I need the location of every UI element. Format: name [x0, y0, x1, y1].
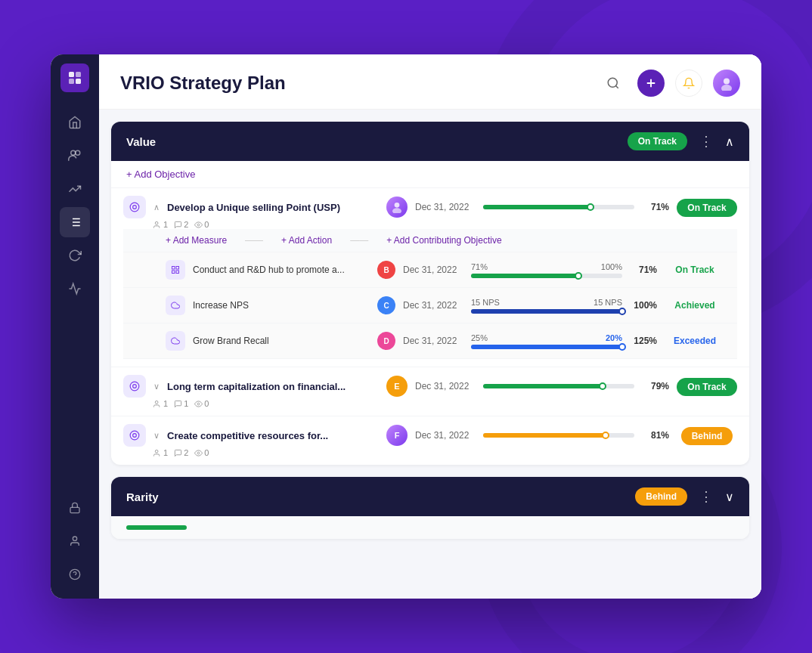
objective-main-competitive: ∨ Create competitive resources for... F …: [123, 424, 737, 447]
sidebar-item-analytics[interactable]: [60, 174, 90, 204]
measure-title-nps: Increase NPS: [193, 300, 370, 311]
value-section-menu[interactable]: ⋮: [696, 133, 716, 150]
header-actions: [600, 70, 740, 97]
measure-progress-labels-brand: 25%20%: [471, 333, 622, 342]
add-actions-row-usp: + Add Measure —— + Add Action —— + Add C…: [123, 229, 737, 252]
objective-chevron-usp[interactable]: ∧: [153, 203, 160, 212]
search-button[interactable]: [600, 70, 627, 97]
objective-chevron-competitive[interactable]: ∨: [153, 431, 160, 441]
add-objective-button[interactable]: + Add Objective: [111, 161, 749, 188]
objective-title-competitive: Create competitive resources for...: [167, 430, 379, 441]
measure-icon-nps: [166, 296, 185, 315]
rarity-section-header: Rarity Behind ⋮ ∨: [111, 477, 749, 516]
sidebar-item-users-admin[interactable]: [60, 526, 90, 556]
measure-date-brand: Dec 31, 2022: [403, 336, 463, 346]
svg-point-33: [133, 385, 137, 388]
objective-chevron-financial[interactable]: ∨: [153, 382, 160, 391]
measure-progress-labels-nps: 15 NPS15 NPS: [471, 298, 622, 307]
objective-icon-financial: [123, 375, 146, 398]
measure-title-brand: Grow Brand Recall: [193, 336, 370, 346]
meta-views-comp: 0: [194, 448, 209, 457]
objective-row-competitive: ∨ Create competitive resources for... F …: [111, 416, 749, 465]
measure-title-rnd: Conduct and R&D hub to promote a...: [193, 265, 370, 275]
objective-avatar-competitive: F: [386, 425, 408, 446]
rarity-section-collapse[interactable]: ∨: [725, 490, 734, 504]
value-section-title: Value: [126, 135, 618, 148]
svg-rect-31: [172, 271, 175, 274]
objective-percent-competitive: 81%: [642, 430, 669, 441]
measure-progress-brand: 25%20%: [471, 333, 622, 349]
objective-avatar-usp: [386, 197, 408, 218]
objective-status-financial: On Track: [677, 379, 737, 393]
objective-main-usp: ∧ Develop a Unique selling Point (USP) D…: [123, 196, 737, 218]
sidebar-item-lock[interactable]: [60, 493, 90, 523]
add-measure-btn[interactable]: + Add Measure: [166, 235, 227, 246]
rarity-status-badge: Behind: [635, 487, 687, 506]
svg-line-17: [615, 85, 618, 88]
meta-people-comp: 1: [153, 448, 168, 457]
add-button[interactable]: [637, 70, 665, 97]
measure-progress-nps: 15 NPS15 NPS: [471, 298, 622, 314]
svg-point-34: [155, 401, 158, 404]
usp-status-badge: On Track: [677, 199, 736, 217]
svg-point-36: [130, 431, 139, 440]
measure-date-rnd: Dec 31, 2022: [403, 265, 463, 275]
objective-meta-competitive: 1 2 0: [153, 448, 737, 457]
measure-row-rnd: Conduct and R&D hub to promote a... B De…: [123, 252, 737, 288]
svg-point-13: [73, 537, 76, 540]
objective-icon-competitive: [123, 424, 146, 447]
sidebar-item-refresh[interactable]: [60, 240, 90, 271]
value-section-content: + Add Objective ∧ Devel: [111, 161, 749, 465]
measure-percent-brand: 125%: [630, 336, 657, 346]
meta-comments: 2: [174, 220, 188, 229]
svg-point-27: [197, 224, 200, 226]
svg-point-26: [155, 221, 158, 224]
sidebar-item-home[interactable]: [60, 107, 90, 138]
objective-progress-financial: [483, 384, 634, 388]
value-section-header: Value On Track ⋮ ∧: [111, 122, 749, 161]
meta-comments-fin: 1: [174, 399, 188, 408]
value-status-badge: On Track: [628, 132, 687, 150]
notification-button[interactable]: [675, 70, 702, 97]
rarity-section: Rarity Behind ⋮ ∨: [111, 477, 749, 539]
rarity-collapsed-content: [111, 516, 749, 539]
main-content: VRIO Strategy Plan: [99, 54, 761, 599]
sidebar-item-team[interactable]: [60, 141, 90, 171]
measure-row-nps: Increase NPS C Dec 31, 2022 15 NPS15 NPS: [123, 288, 737, 323]
user-avatar[interactable]: [713, 70, 740, 97]
measure-status-rnd: On Track: [665, 265, 725, 275]
svg-point-32: [130, 382, 139, 391]
meta-views-fin: 0: [194, 399, 209, 408]
svg-point-22: [130, 203, 139, 212]
objective-meta-usp: 1 2 0: [153, 220, 737, 229]
objective-avatar-financial: E: [386, 376, 408, 397]
objective-status-usp: On Track: [677, 200, 737, 214]
add-action-btn[interactable]: + Add Action: [281, 235, 332, 246]
objective-percent-usp: 71%: [642, 202, 669, 212]
svg-point-5: [71, 150, 76, 155]
measure-rows-usp: Conduct and R&D hub to promote a... B De…: [123, 252, 737, 359]
value-section-collapse[interactable]: ∧: [725, 135, 734, 149]
sidebar-item-help[interactable]: [60, 559, 90, 590]
objective-title-usp: Develop a Unique selling Point (USP): [167, 202, 379, 213]
measure-status-brand: Exceeded: [665, 336, 725, 346]
svg-point-37: [133, 434, 137, 438]
objective-date-usp: Dec 31, 2022: [415, 202, 476, 212]
sidebar-item-workflow[interactable]: [60, 274, 90, 304]
measure-avatar-nps: C: [377, 296, 395, 314]
add-contributing-btn[interactable]: + Add Contributing Objective: [386, 235, 501, 246]
header: VRIO Strategy Plan: [99, 54, 761, 110]
objective-title-financial: Long term capitalization on financial...: [167, 381, 379, 392]
sidebar: [51, 54, 99, 599]
svg-rect-1: [76, 72, 81, 77]
svg-rect-2: [69, 79, 74, 84]
app-logo: [60, 63, 89, 92]
measure-progress-labels-rnd: 71%100%: [471, 262, 622, 271]
measure-date-nps: Dec 31, 2022: [403, 300, 463, 311]
sidebar-item-objectives[interactable]: [60, 207, 90, 237]
svg-point-21: [721, 85, 732, 91]
measure-avatar-rnd: B: [377, 261, 395, 279]
content-area: Value On Track ⋮ ∧ + Add Objective: [99, 110, 761, 599]
rarity-section-menu[interactable]: ⋮: [696, 488, 716, 505]
measure-status-nps: Achieved: [665, 300, 725, 311]
